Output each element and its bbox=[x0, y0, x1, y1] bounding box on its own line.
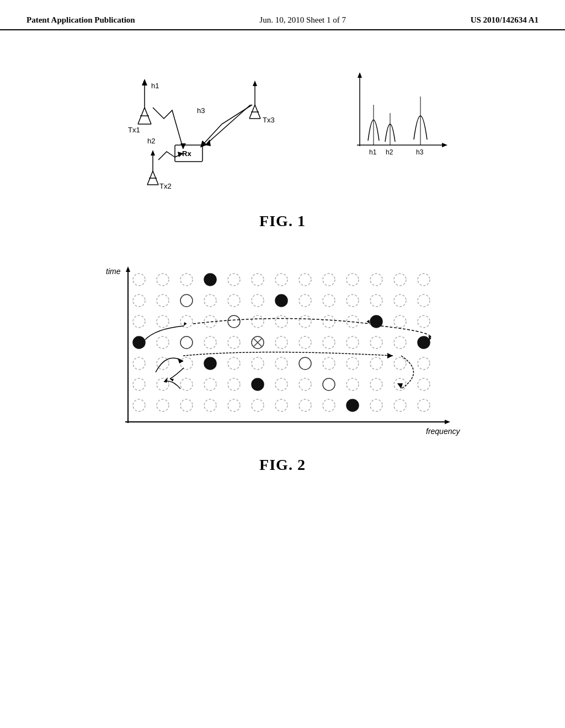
header-left-text: Patent Application Publication bbox=[26, 15, 135, 25]
svg-point-69 bbox=[370, 295, 382, 307]
fig1-left-diagram: h1 Tx1 h2 Tx2 bbox=[111, 63, 310, 196]
svg-point-71 bbox=[418, 295, 430, 307]
svg-point-98 bbox=[394, 336, 406, 349]
svg-point-99 bbox=[418, 336, 430, 349]
svg-point-96 bbox=[347, 336, 359, 349]
svg-point-78 bbox=[275, 315, 287, 328]
svg-point-76 bbox=[228, 315, 240, 328]
svg-point-118 bbox=[252, 378, 264, 390]
svg-point-54 bbox=[323, 274, 335, 286]
fig2-label: FIG. 2 bbox=[259, 456, 306, 474]
svg-point-50 bbox=[228, 274, 240, 286]
svg-point-123 bbox=[370, 378, 382, 390]
svg-text:h2: h2 bbox=[147, 137, 155, 145]
svg-point-117 bbox=[228, 378, 240, 390]
svg-point-47 bbox=[157, 274, 169, 286]
svg-text:Tx1: Tx1 bbox=[128, 126, 140, 134]
svg-point-51 bbox=[252, 274, 264, 286]
svg-marker-142 bbox=[387, 353, 393, 358]
svg-point-113 bbox=[133, 378, 145, 390]
svg-marker-14 bbox=[151, 150, 155, 156]
svg-text:h3: h3 bbox=[416, 148, 424, 156]
fig1-svg: h1 Tx1 h2 Tx2 bbox=[111, 63, 310, 196]
svg-point-105 bbox=[252, 357, 264, 370]
fig1-right-diagram: h1 h2 h3 bbox=[343, 69, 454, 168]
svg-point-100 bbox=[133, 357, 145, 370]
svg-point-127 bbox=[157, 399, 169, 411]
svg-point-52 bbox=[275, 274, 287, 286]
svg-point-73 bbox=[157, 315, 169, 328]
svg-text:h3: h3 bbox=[197, 106, 205, 115]
svg-point-49 bbox=[204, 274, 216, 286]
svg-point-102 bbox=[180, 357, 193, 370]
page-header: Patent Application Publication Jun. 10, … bbox=[0, 0, 565, 30]
svg-point-107 bbox=[299, 357, 311, 370]
svg-point-86 bbox=[157, 336, 169, 349]
header-right-text: US 2010/142634 A1 bbox=[471, 15, 539, 25]
svg-text:Tx3: Tx3 bbox=[263, 116, 275, 124]
svg-point-119 bbox=[275, 378, 287, 390]
fig1-spectrum-svg: h1 h2 h3 bbox=[343, 69, 454, 168]
svg-point-77 bbox=[252, 315, 264, 328]
svg-point-56 bbox=[370, 274, 382, 286]
svg-point-80 bbox=[323, 315, 335, 328]
svg-marker-143 bbox=[184, 322, 187, 326]
svg-point-88 bbox=[204, 336, 216, 349]
svg-text:Rx: Rx bbox=[182, 149, 191, 158]
svg-point-55 bbox=[347, 274, 359, 286]
svg-point-94 bbox=[299, 336, 311, 349]
svg-point-128 bbox=[180, 399, 193, 411]
svg-marker-41 bbox=[126, 266, 130, 272]
svg-text:h1: h1 bbox=[369, 148, 377, 156]
svg-marker-31 bbox=[358, 72, 362, 78]
svg-point-75 bbox=[204, 315, 216, 328]
svg-point-134 bbox=[323, 399, 335, 411]
svg-text:time: time bbox=[106, 267, 121, 276]
svg-text:h1: h1 bbox=[151, 82, 159, 90]
svg-point-84 bbox=[418, 315, 430, 328]
svg-point-65 bbox=[275, 295, 287, 307]
svg-point-85 bbox=[133, 336, 145, 349]
svg-line-28 bbox=[205, 105, 250, 145]
svg-point-70 bbox=[394, 295, 406, 307]
svg-point-108 bbox=[323, 357, 335, 370]
svg-marker-44 bbox=[445, 420, 450, 424]
fig1-container: h1 Tx1 h2 Tx2 bbox=[33, 63, 532, 230]
svg-point-110 bbox=[370, 357, 382, 370]
svg-point-132 bbox=[275, 399, 287, 411]
svg-text:Tx2: Tx2 bbox=[159, 182, 172, 190]
svg-point-97 bbox=[370, 336, 382, 349]
svg-marker-140 bbox=[164, 377, 168, 383]
main-content: h1 Tx1 h2 Tx2 bbox=[0, 30, 565, 485]
svg-point-131 bbox=[252, 399, 264, 411]
svg-point-116 bbox=[204, 378, 216, 390]
svg-point-72 bbox=[133, 315, 145, 328]
svg-point-79 bbox=[299, 315, 311, 328]
svg-point-95 bbox=[323, 336, 335, 349]
svg-point-126 bbox=[133, 399, 145, 411]
fig1-diagram: h1 Tx1 h2 Tx2 bbox=[111, 63, 454, 196]
svg-point-137 bbox=[394, 399, 406, 411]
svg-point-104 bbox=[228, 357, 240, 370]
svg-point-115 bbox=[180, 378, 193, 390]
svg-point-63 bbox=[228, 295, 240, 307]
svg-point-130 bbox=[228, 399, 240, 411]
svg-point-112 bbox=[418, 357, 430, 370]
fig2-container: time frequency bbox=[33, 263, 532, 474]
svg-point-138 bbox=[418, 399, 430, 411]
svg-point-64 bbox=[252, 295, 264, 307]
svg-point-93 bbox=[275, 336, 287, 349]
svg-point-135 bbox=[347, 399, 359, 411]
svg-point-60 bbox=[157, 295, 169, 307]
svg-point-67 bbox=[323, 295, 335, 307]
svg-point-53 bbox=[299, 274, 311, 286]
svg-point-122 bbox=[347, 378, 359, 390]
svg-point-46 bbox=[133, 274, 145, 286]
svg-point-125 bbox=[418, 378, 430, 390]
svg-point-136 bbox=[370, 399, 382, 411]
svg-marker-23 bbox=[253, 81, 257, 86]
svg-point-62 bbox=[204, 295, 216, 307]
svg-point-133 bbox=[299, 399, 311, 411]
svg-point-68 bbox=[347, 295, 359, 307]
svg-point-83 bbox=[394, 315, 406, 328]
